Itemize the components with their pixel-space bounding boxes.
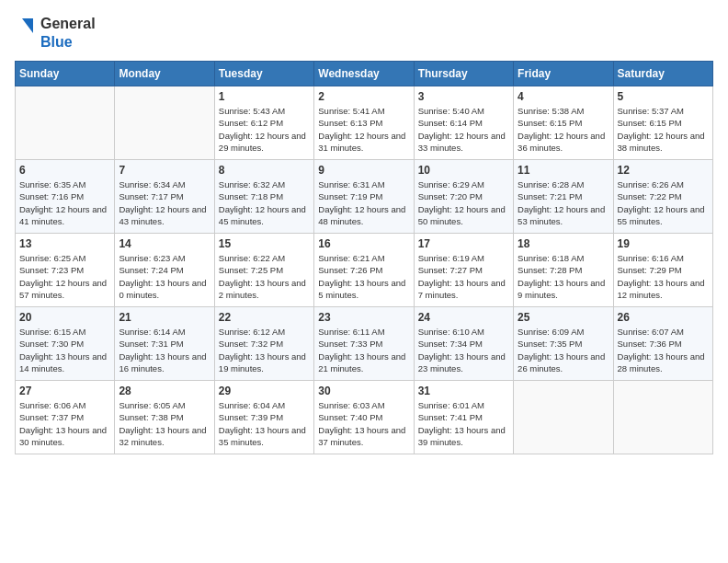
weekday-header: Tuesday [214,62,313,86]
cell-info: Sunrise: 6:16 AMSunset: 7:29 PMDaylight:… [618,252,709,301]
calendar-cell: 6Sunrise: 6:35 AMSunset: 7:16 PMDaylight… [16,160,115,234]
cell-info: Sunrise: 6:14 AMSunset: 7:31 PMDaylight:… [119,326,210,374]
calendar-cell: 30Sunrise: 6:03 AMSunset: 7:40 PMDayligh… [314,381,414,454]
logo: GeneralBlue [15,15,96,52]
cell-info: Sunrise: 6:06 AMSunset: 7:37 PMDaylight:… [19,399,110,448]
calendar-week-row: 6Sunrise: 6:35 AMSunset: 7:16 PMDaylight… [16,160,713,234]
calendar-cell: 28Sunrise: 6:05 AMSunset: 7:38 PMDayligh… [115,381,214,454]
day-number: 5 [618,90,709,103]
day-number: 22 [219,311,310,324]
day-number: 17 [418,237,509,250]
cell-info: Sunrise: 6:03 AMSunset: 7:40 PMDaylight:… [318,399,409,448]
cell-info: Sunrise: 6:19 AMSunset: 7:27 PMDaylight:… [418,252,509,301]
calendar-cell: 25Sunrise: 6:09 AMSunset: 7:35 PMDayligh… [514,307,613,381]
weekday-header: Saturday [613,62,712,86]
calendar-cell: 16Sunrise: 6:21 AMSunset: 7:26 PMDayligh… [314,234,414,307]
cell-info: Sunrise: 6:05 AMSunset: 7:38 PMDaylight:… [119,399,210,448]
logo-blue: Blue [40,33,96,52]
cell-info: Sunrise: 6:10 AMSunset: 7:34 PMDaylight:… [418,326,509,374]
day-number: 26 [618,311,709,324]
cell-info: Sunrise: 6:29 AMSunset: 7:20 PMDaylight:… [418,178,509,227]
calendar-cell: 14Sunrise: 6:23 AMSunset: 7:24 PMDayligh… [115,234,214,307]
calendar-week-row: 20Sunrise: 6:15 AMSunset: 7:30 PMDayligh… [16,307,713,381]
svg-marker-0 [22,18,33,33]
calendar-table: SundayMondayTuesdayWednesdayThursdayFrid… [15,61,713,454]
day-number: 6 [19,164,110,177]
calendar-cell: 20Sunrise: 6:15 AMSunset: 7:30 PMDayligh… [16,307,115,381]
cell-info: Sunrise: 6:28 AMSunset: 7:21 PMDaylight:… [518,178,609,227]
cell-info: Sunrise: 5:41 AMSunset: 6:13 PMDaylight:… [318,105,409,154]
calendar-cell: 2Sunrise: 5:41 AMSunset: 6:13 PMDaylight… [314,86,414,160]
cell-info: Sunrise: 6:35 AMSunset: 7:16 PMDaylight:… [19,178,110,227]
calendar-cell [16,86,115,160]
calendar-cell: 10Sunrise: 6:29 AMSunset: 7:20 PMDayligh… [414,160,513,234]
weekday-header: Sunday [16,62,115,86]
cell-info: Sunrise: 6:34 AMSunset: 7:17 PMDaylight:… [119,178,210,227]
calendar-cell: 5Sunrise: 5:37 AMSunset: 6:15 PMDaylight… [613,86,712,160]
day-number: 21 [119,311,210,324]
calendar-cell [514,381,613,454]
cell-info: Sunrise: 6:32 AMSunset: 7:18 PMDaylight:… [219,178,310,227]
cell-info: Sunrise: 5:37 AMSunset: 6:15 PMDaylight:… [618,105,709,154]
calendar-cell: 15Sunrise: 6:22 AMSunset: 7:25 PMDayligh… [214,234,313,307]
day-number: 16 [318,237,409,250]
calendar-cell: 19Sunrise: 6:16 AMSunset: 7:29 PMDayligh… [613,234,712,307]
day-number: 11 [518,164,609,177]
calendar-cell: 3Sunrise: 5:40 AMSunset: 6:14 PMDaylight… [414,86,513,160]
calendar-cell: 24Sunrise: 6:10 AMSunset: 7:34 PMDayligh… [414,307,513,381]
calendar-cell: 18Sunrise: 6:18 AMSunset: 7:28 PMDayligh… [514,234,613,307]
cell-info: Sunrise: 5:40 AMSunset: 6:14 PMDaylight:… [418,105,509,154]
calendar-cell: 11Sunrise: 6:28 AMSunset: 7:21 PMDayligh… [514,160,613,234]
calendar-cell: 8Sunrise: 6:32 AMSunset: 7:18 PMDaylight… [214,160,313,234]
weekday-header: Wednesday [314,62,414,86]
day-number: 31 [418,385,509,397]
calendar-cell [115,86,214,160]
cell-info: Sunrise: 6:18 AMSunset: 7:28 PMDaylight:… [518,252,609,301]
calendar-cell: 27Sunrise: 6:06 AMSunset: 7:37 PMDayligh… [16,381,115,454]
day-number: 27 [19,385,110,397]
day-number: 23 [318,311,409,324]
day-number: 30 [318,385,409,397]
cell-info: Sunrise: 6:26 AMSunset: 7:22 PMDaylight:… [618,178,709,227]
calendar-cell: 12Sunrise: 6:26 AMSunset: 7:22 PMDayligh… [613,160,712,234]
day-number: 28 [119,385,210,397]
calendar-cell: 22Sunrise: 6:12 AMSunset: 7:32 PMDayligh… [214,307,313,381]
day-number: 12 [618,164,709,177]
cell-info: Sunrise: 6:11 AMSunset: 7:33 PMDaylight:… [318,326,409,374]
cell-info: Sunrise: 6:31 AMSunset: 7:19 PMDaylight:… [318,178,409,227]
logo-general: General [40,15,96,33]
calendar-cell: 13Sunrise: 6:25 AMSunset: 7:23 PMDayligh… [16,234,115,307]
weekday-header: Monday [115,62,214,86]
cell-info: Sunrise: 5:38 AMSunset: 6:15 PMDaylight:… [518,105,609,154]
day-number: 8 [219,164,310,177]
calendar-cell: 26Sunrise: 6:07 AMSunset: 7:36 PMDayligh… [613,307,712,381]
day-number: 20 [19,311,110,324]
calendar-cell: 4Sunrise: 5:38 AMSunset: 6:15 PMDaylight… [514,86,613,160]
cell-info: Sunrise: 6:01 AMSunset: 7:41 PMDaylight:… [418,399,509,448]
day-number: 1 [219,90,310,103]
day-number: 10 [418,164,509,177]
day-number: 3 [418,90,509,103]
day-number: 14 [119,237,210,250]
day-number: 19 [618,237,709,250]
calendar-cell: 9Sunrise: 6:31 AMSunset: 7:19 PMDaylight… [314,160,414,234]
day-number: 2 [318,90,409,103]
cell-info: Sunrise: 6:07 AMSunset: 7:36 PMDaylight:… [618,326,709,374]
cell-info: Sunrise: 6:12 AMSunset: 7:32 PMDaylight:… [219,326,310,374]
calendar-cell: 29Sunrise: 6:04 AMSunset: 7:39 PMDayligh… [214,381,313,454]
day-number: 24 [418,311,509,324]
cell-info: Sunrise: 5:43 AMSunset: 6:12 PMDaylight:… [219,105,310,154]
calendar-cell: 31Sunrise: 6:01 AMSunset: 7:41 PMDayligh… [414,381,513,454]
cell-info: Sunrise: 6:22 AMSunset: 7:25 PMDaylight:… [219,252,310,301]
cell-info: Sunrise: 6:21 AMSunset: 7:26 PMDaylight:… [318,252,409,301]
weekday-header: Thursday [414,62,513,86]
calendar-cell [613,381,712,454]
cell-info: Sunrise: 6:25 AMSunset: 7:23 PMDaylight:… [19,252,110,301]
day-number: 7 [119,164,210,177]
day-number: 13 [19,237,110,250]
logo-icon [15,17,35,50]
cell-info: Sunrise: 6:04 AMSunset: 7:39 PMDaylight:… [219,399,310,448]
calendar-week-row: 27Sunrise: 6:06 AMSunset: 7:37 PMDayligh… [16,381,713,454]
day-number: 4 [518,90,609,103]
calendar-week-row: 13Sunrise: 6:25 AMSunset: 7:23 PMDayligh… [16,234,713,307]
